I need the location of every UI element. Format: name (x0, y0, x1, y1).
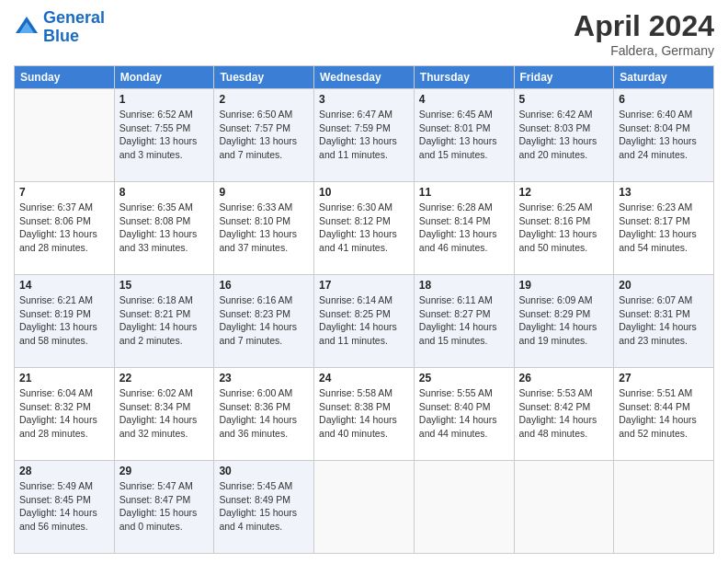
table-row: 12Sunrise: 6:25 AM Sunset: 8:16 PM Dayli… (514, 182, 614, 275)
table-row: 8Sunrise: 6:35 AM Sunset: 8:08 PM Daylig… (114, 182, 214, 275)
day-info: Sunrise: 6:33 AM Sunset: 8:10 PM Dayligh… (219, 201, 309, 255)
calendar-row: 14Sunrise: 6:21 AM Sunset: 8:19 PM Dayli… (15, 275, 714, 368)
table-row: 17Sunrise: 6:14 AM Sunset: 8:25 PM Dayli… (314, 275, 415, 368)
day-number: 11 (419, 186, 509, 199)
day-number: 12 (519, 186, 609, 199)
logo-line2: Blue (43, 27, 79, 45)
table-row: 26Sunrise: 5:53 AM Sunset: 8:42 PM Dayli… (514, 368, 614, 461)
day-info: Sunrise: 6:25 AM Sunset: 8:16 PM Dayligh… (519, 201, 609, 255)
col-thursday: Thursday (414, 66, 514, 89)
day-info: Sunrise: 6:50 AM Sunset: 7:57 PM Dayligh… (219, 108, 309, 162)
table-row: 3Sunrise: 6:47 AM Sunset: 7:59 PM Daylig… (314, 89, 415, 182)
day-info: Sunrise: 5:53 AM Sunset: 8:42 PM Dayligh… (519, 386, 609, 441)
day-number: 6 (619, 93, 709, 106)
table-row: 5Sunrise: 6:42 AM Sunset: 8:03 PM Daylig… (514, 89, 614, 182)
day-info: Sunrise: 6:23 AM Sunset: 8:17 PM Dayligh… (619, 201, 709, 255)
day-info: Sunrise: 6:28 AM Sunset: 8:14 PM Dayligh… (419, 201, 509, 255)
day-info: Sunrise: 6:11 AM Sunset: 8:27 PM Dayligh… (419, 293, 509, 348)
table-row: 19Sunrise: 6:09 AM Sunset: 8:29 PM Dayli… (514, 275, 614, 368)
day-number: 9 (219, 186, 309, 199)
day-info: Sunrise: 6:16 AM Sunset: 8:23 PM Dayligh… (219, 293, 309, 348)
table-row: 2Sunrise: 6:50 AM Sunset: 7:57 PM Daylig… (214, 89, 314, 182)
day-info: Sunrise: 6:35 AM Sunset: 8:08 PM Dayligh… (119, 201, 210, 255)
header: General Blue April 2024 Faldera, Germany (14, 9, 714, 58)
day-number: 5 (519, 93, 609, 106)
table-row: 4Sunrise: 6:45 AM Sunset: 8:01 PM Daylig… (414, 89, 514, 182)
day-number: 4 (419, 93, 509, 106)
day-info: Sunrise: 5:58 AM Sunset: 8:38 PM Dayligh… (319, 386, 409, 441)
table-row: 25Sunrise: 5:55 AM Sunset: 8:40 PM Dayli… (414, 368, 514, 461)
table-row (15, 89, 115, 182)
table-row: 14Sunrise: 6:21 AM Sunset: 8:19 PM Dayli… (15, 275, 115, 368)
day-number: 1 (119, 93, 210, 106)
logo-text: General Blue (43, 9, 105, 46)
calendar-header: Sunday Monday Tuesday Wednesday Thursday… (15, 66, 714, 89)
day-number: 24 (319, 372, 409, 385)
calendar-row: 21Sunrise: 6:04 AM Sunset: 8:32 PM Dayli… (15, 368, 714, 461)
day-number: 17 (319, 279, 409, 292)
day-number: 13 (619, 186, 709, 199)
day-number: 29 (119, 465, 210, 477)
day-number: 19 (519, 279, 609, 292)
col-friday: Friday (514, 66, 614, 89)
col-saturday: Saturday (614, 66, 714, 89)
day-number: 3 (319, 93, 409, 106)
day-number: 14 (19, 279, 109, 292)
day-number: 30 (219, 465, 309, 477)
page: General Blue April 2024 Faldera, Germany… (0, 0, 728, 563)
day-info: Sunrise: 6:18 AM Sunset: 8:21 PM Dayligh… (119, 293, 210, 348)
col-tuesday: Tuesday (214, 66, 314, 89)
day-number: 27 (619, 372, 709, 385)
table-row: 23Sunrise: 6:00 AM Sunset: 8:36 PM Dayli… (214, 368, 314, 461)
day-info: Sunrise: 6:30 AM Sunset: 8:12 PM Dayligh… (319, 201, 409, 255)
day-number: 23 (219, 372, 309, 385)
month-title: April 2024 (574, 9, 714, 43)
day-info: Sunrise: 6:47 AM Sunset: 7:59 PM Dayligh… (319, 108, 409, 162)
table-row: 30Sunrise: 5:45 AM Sunset: 8:49 PM Dayli… (214, 461, 314, 554)
day-info: Sunrise: 6:04 AM Sunset: 8:32 PM Dayligh… (19, 386, 109, 441)
day-info: Sunrise: 6:14 AM Sunset: 8:25 PM Dayligh… (319, 293, 409, 348)
col-monday: Monday (114, 66, 214, 89)
table-row: 1Sunrise: 6:52 AM Sunset: 7:55 PM Daylig… (114, 89, 214, 182)
day-info: Sunrise: 6:40 AM Sunset: 8:04 PM Dayligh… (619, 108, 709, 162)
day-info: Sunrise: 6:42 AM Sunset: 8:03 PM Dayligh… (519, 108, 609, 162)
col-sunday: Sunday (15, 66, 115, 89)
table-row: 11Sunrise: 6:28 AM Sunset: 8:14 PM Dayli… (414, 182, 514, 275)
title-block: April 2024 Faldera, Germany (574, 9, 714, 58)
table-row (514, 461, 614, 554)
location: Faldera, Germany (574, 43, 714, 58)
logo-line1: General (43, 8, 105, 27)
table-row: 15Sunrise: 6:18 AM Sunset: 8:21 PM Dayli… (114, 275, 214, 368)
day-number: 25 (419, 372, 509, 385)
table-row: 18Sunrise: 6:11 AM Sunset: 8:27 PM Dayli… (414, 275, 514, 368)
calendar-row: 1Sunrise: 6:52 AM Sunset: 7:55 PM Daylig… (15, 89, 714, 182)
day-info: Sunrise: 6:37 AM Sunset: 8:06 PM Dayligh… (19, 201, 109, 255)
table-row: 28Sunrise: 5:49 AM Sunset: 8:45 PM Dayli… (15, 461, 115, 554)
day-number: 15 (119, 279, 210, 292)
table-row: 27Sunrise: 5:51 AM Sunset: 8:44 PM Dayli… (614, 368, 714, 461)
table-row: 6Sunrise: 6:40 AM Sunset: 8:04 PM Daylig… (614, 89, 714, 182)
table-row: 22Sunrise: 6:02 AM Sunset: 8:34 PM Dayli… (114, 368, 214, 461)
day-info: Sunrise: 6:09 AM Sunset: 8:29 PM Dayligh… (519, 293, 609, 348)
table-row: 20Sunrise: 6:07 AM Sunset: 8:31 PM Dayli… (614, 275, 714, 368)
day-number: 28 (19, 465, 109, 477)
table-row: 24Sunrise: 5:58 AM Sunset: 8:38 PM Dayli… (314, 368, 415, 461)
table-row: 7Sunrise: 6:37 AM Sunset: 8:06 PM Daylig… (15, 182, 115, 275)
day-number: 21 (19, 372, 109, 385)
col-wednesday: Wednesday (314, 66, 415, 89)
table-row (314, 461, 415, 554)
logo-icon (14, 15, 40, 40)
day-info: Sunrise: 6:45 AM Sunset: 8:01 PM Dayligh… (419, 108, 509, 162)
table-row: 9Sunrise: 6:33 AM Sunset: 8:10 PM Daylig… (214, 182, 314, 275)
day-info: Sunrise: 5:49 AM Sunset: 8:45 PM Dayligh… (19, 479, 109, 534)
day-info: Sunrise: 5:55 AM Sunset: 8:40 PM Dayligh… (419, 386, 509, 441)
day-number: 2 (219, 93, 309, 106)
day-info: Sunrise: 5:47 AM Sunset: 8:47 PM Dayligh… (119, 479, 210, 534)
day-number: 10 (319, 186, 409, 199)
day-number: 20 (619, 279, 709, 292)
table-row: 21Sunrise: 6:04 AM Sunset: 8:32 PM Dayli… (15, 368, 115, 461)
day-number: 16 (219, 279, 309, 292)
day-number: 22 (119, 372, 210, 385)
day-info: Sunrise: 6:52 AM Sunset: 7:55 PM Dayligh… (119, 108, 210, 162)
day-number: 7 (19, 186, 109, 199)
